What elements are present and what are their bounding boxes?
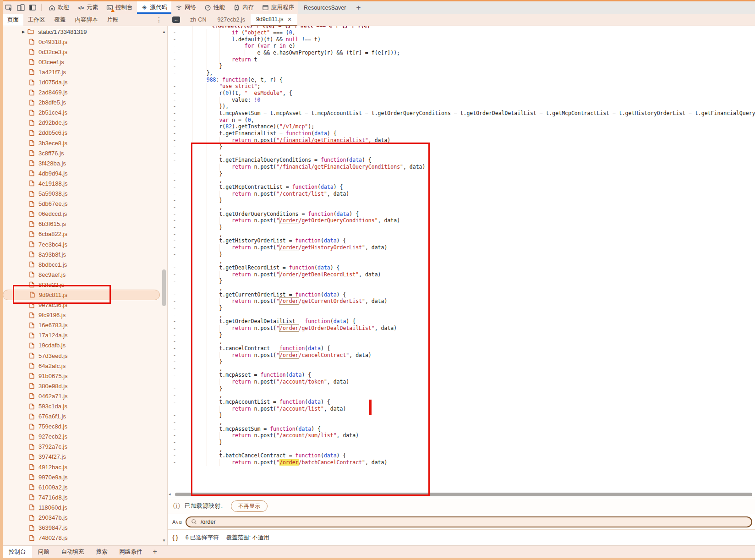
line-gutter-marker[interactable]: - [168, 63, 181, 70]
tree-file-380e98d.js[interactable]: 380e98d.js [3, 381, 167, 391]
code-line[interactable]: - return n.post("/order/getOrderQueryCon… [168, 217, 755, 224]
drawer-tab-网络条件[interactable]: 网络条件 [114, 546, 148, 558]
line-gutter-marker[interactable]: - [168, 318, 181, 325]
line-gutter-marker[interactable]: - [168, 345, 181, 352]
tree-file-74716d8.js[interactable]: 74716d8.js [3, 492, 167, 502]
code-line[interactable]: - t.getHistoryOrderList = function(data)… [168, 237, 755, 244]
drawer-tab-自动填充[interactable]: 自动填充 [55, 546, 90, 558]
code-editor[interactable]: l.default)(e) ? t[e] = {} : null === e ?… [168, 26, 755, 491]
line-gutter-marker[interactable]: - [168, 459, 181, 466]
line-gutter-marker[interactable]: - [168, 191, 181, 198]
panel-tab-performance[interactable]: 性能 [200, 1, 229, 14]
code-line[interactable]: - }), [168, 103, 755, 110]
code-line[interactable]: - t.cancelContract = function(data) { [168, 345, 755, 352]
code-line[interactable]: - } [168, 224, 755, 231]
line-gutter-marker[interactable]: - [168, 90, 181, 97]
tree-file-91b0675.js[interactable]: 91b0675.js [3, 371, 167, 381]
code-line[interactable]: - return n.post("/account/sum/list", dat… [168, 432, 755, 439]
code-line[interactable]: - } [168, 332, 755, 339]
tree-folder-row[interactable]: ▶static/1733481319 [3, 27, 167, 37]
code-line[interactable]: - t.getDealRecordList = function(data) { [168, 264, 755, 271]
navigator-more-menu[interactable]: ⋮ [156, 14, 162, 26]
tree-file-17a124a.js[interactable]: 17a124a.js [3, 330, 167, 340]
code-line[interactable]: - 988: function(e, t, r) { [168, 77, 755, 83]
line-gutter-marker[interactable]: - [168, 399, 181, 406]
code-line[interactable]: - e && e.hasOwnProperty(r) && (t[r] = f(… [168, 49, 755, 56]
drawer-add-tab-button[interactable]: + [148, 546, 162, 558]
tree-file-3974f27.js[interactable]: 3974f27.js [3, 452, 167, 462]
code-line[interactable]: - , [168, 338, 755, 345]
tree-file-9e7ac36.js[interactable]: 9e7ac36.js [3, 300, 167, 310]
tree-file-0c49318.js[interactable]: 0c49318.js [3, 37, 167, 47]
tree-file-5db67ee.js[interactable]: 5db67ee.js [3, 199, 167, 209]
line-gutter-marker[interactable]: - [168, 385, 181, 392]
tree-file-3639847.js[interactable]: 3639847.js [3, 523, 167, 533]
panel-tab-home[interactable]: 欢迎 [44, 1, 73, 14]
tree-file-6b3f615.js[interactable]: 6b3f615.js [3, 219, 167, 229]
code-line[interactable]: - "use strict"; [168, 83, 755, 90]
dont-show-again-button[interactable]: 不再显示 [231, 500, 268, 512]
code-line[interactable]: - return n.post("/account/list", data) [168, 406, 755, 412]
line-gutter-marker[interactable]: - [168, 392, 181, 399]
drawer-tab-控制台[interactable]: 控制台 [3, 546, 32, 558]
tree-file-5a59038.js[interactable]: 5a59038.js [3, 189, 167, 199]
code-line[interactable]: - , [168, 312, 755, 318]
tree-file-4db9d94.js[interactable]: 4db9d94.js [3, 168, 167, 178]
code-line[interactable]: - } [168, 143, 755, 150]
code-line[interactable]: - } [168, 170, 755, 177]
line-gutter-marker[interactable]: - [168, 237, 181, 244]
code-line[interactable]: - } [168, 439, 755, 446]
tree-file-9970e9a.js[interactable]: 9970e9a.js [3, 472, 167, 482]
code-line[interactable]: - }, [168, 70, 755, 77]
open-file-list-icon[interactable]: ← [172, 16, 180, 23]
tree-file-759ec8d.js[interactable]: 759ec8d.js [3, 422, 167, 432]
tree-file-3c8ff76.js[interactable]: 3c8ff76.js [3, 148, 167, 158]
tree-file-06edccd.js[interactable]: 06edccd.js [3, 209, 167, 219]
line-gutter-marker[interactable]: - [168, 264, 181, 271]
line-gutter-marker[interactable]: - [168, 103, 181, 110]
panel-tab-elements[interactable]: </>元素 [73, 1, 102, 14]
scroll-up-arrow-icon[interactable]: ▲ [161, 30, 167, 34]
tree-file-57d3eed.js[interactable]: 57d3eed.js [3, 351, 167, 361]
drawer-tab-问题[interactable]: 问题 [32, 546, 55, 558]
tree-file-3792a7c.js[interactable]: 3792a7c.js [3, 442, 167, 452]
line-gutter-marker[interactable]: - [168, 285, 181, 291]
panel-tab-application[interactable]: 应用程序 [258, 1, 298, 14]
horizontal-scrollbar-thumb[interactable] [175, 493, 752, 496]
tree-file-7ee3bc4.js[interactable]: 7ee3bc4.js [3, 239, 167, 249]
line-gutter-marker[interactable]: - [168, 338, 181, 345]
navigator-tab-片段[interactable]: 片段 [103, 14, 123, 26]
line-gutter-marker[interactable]: - [168, 177, 181, 184]
line-gutter-marker[interactable]: - [168, 150, 181, 157]
line-gutter-marker[interactable]: - [168, 184, 181, 191]
tree-file-1d075da.js[interactable]: 1d075da.js [3, 77, 167, 87]
tree-file-4912bac.js[interactable]: 4912bac.js [3, 462, 167, 472]
line-gutter-marker[interactable]: - [168, 217, 181, 224]
line-gutter-marker[interactable]: - [168, 298, 181, 305]
more-tabs-button[interactable]: + [351, 3, 365, 12]
line-gutter-marker[interactable]: - [168, 452, 181, 459]
tree-file-2ad8469.js[interactable]: 2ad8469.js [3, 88, 167, 98]
line-gutter-marker[interactable]: - [168, 204, 181, 211]
tree-file-7480278.js[interactable]: 7480278.js [3, 533, 167, 543]
horizontal-scrollbar[interactable]: ◂ [168, 491, 755, 498]
search-input[interactable]: /order [186, 516, 752, 527]
code-line[interactable]: - } [168, 385, 755, 392]
code-line[interactable]: - , [168, 392, 755, 399]
tree-file-8ec9aef.js[interactable]: 8ec9aef.js [3, 269, 167, 280]
line-gutter-marker[interactable]: - [168, 258, 181, 264]
dock-side-icon[interactable] [27, 1, 38, 14]
line-gutter-marker[interactable]: - [168, 251, 181, 258]
line-gutter-marker[interactable]: - [168, 211, 181, 218]
code-line[interactable]: - l.default)(t) && null !== t) [168, 36, 755, 43]
tree-file-64a2afc.js[interactable]: 64a2afc.js [3, 361, 167, 371]
code-line[interactable]: - return n.post("/order/getDealRecordLis… [168, 271, 755, 278]
code-line[interactable]: - return n.post("/order/getCurrentOrderL… [168, 298, 755, 305]
code-line[interactable]: - if ("object" === (0, [168, 29, 755, 36]
line-gutter-marker[interactable]: - [168, 312, 181, 318]
code-line[interactable]: - , [168, 177, 755, 184]
tree-file-0d32ce3.js[interactable]: 0d32ce3.js [3, 47, 167, 57]
tree-file-4e19188.js[interactable]: 4e19188.js [3, 178, 167, 188]
code-line[interactable]: - return n.post("/contract/list", data) [168, 191, 755, 198]
code-line[interactable]: - t.getMcpContractList = function(data) … [168, 184, 755, 191]
